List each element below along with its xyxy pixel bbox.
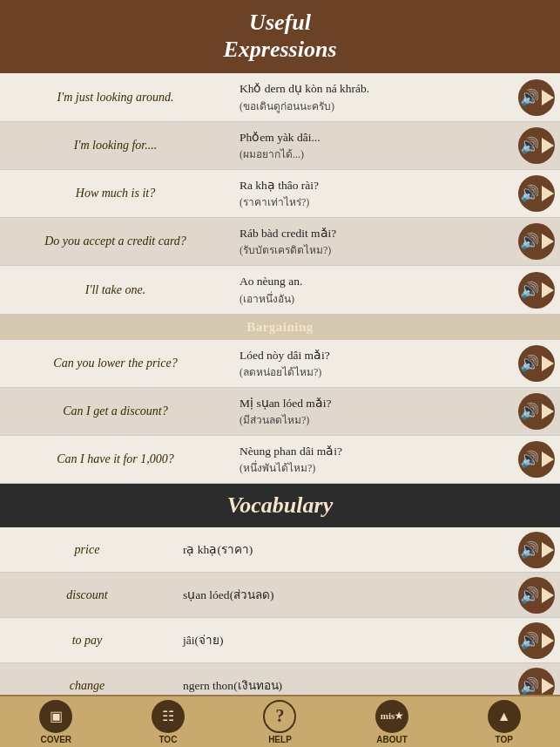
thai-translation: sụan lóed(ส่วนลด) xyxy=(174,580,518,611)
english-phrase: price xyxy=(0,536,174,564)
english-phrase: Do you accept a credit card? xyxy=(0,227,231,255)
top-label: TOP xyxy=(495,735,512,744)
thai-translation: Ra khạ thâo rài?(ราคาเท่าไหร่?) xyxy=(231,170,518,217)
audio-button[interactable]: 🔊 xyxy=(518,532,555,568)
audio-button[interactable]: 🔊 xyxy=(518,127,555,164)
header-title: Useful Expressions xyxy=(17,9,543,63)
thai-translation: Mị sụan lóed mǎi?(มีส่วนลดไหม?) xyxy=(231,388,518,435)
audio-button[interactable]: 🔊 xyxy=(518,79,555,116)
nav-top[interactable]: ▲ TOP xyxy=(488,700,521,744)
thai-translation: Khǒ dern dụ kòn ná khráb.(ขอเดินดูก่อนนะ… xyxy=(231,73,518,120)
help-label: HELP xyxy=(268,735,292,744)
toc-icon: ☷ xyxy=(152,700,185,733)
thai-translation: ngern thon(เงินทอน) xyxy=(174,670,518,695)
audio-button[interactable]: 🔊 xyxy=(518,223,555,260)
expressions-list: I'm just looking around.Khǒ dern dụ kòn … xyxy=(0,73,560,314)
bargaining-section-divider: Bargaining xyxy=(0,315,560,340)
table-row: I'll take one.Ao nèung an.(เอาหนึ่งอัน)🔊 xyxy=(0,266,560,314)
english-phrase: How much is it? xyxy=(0,180,231,207)
audio-button[interactable]: 🔊 xyxy=(518,272,555,309)
english-phrase: to pay xyxy=(0,627,174,655)
english-phrase: I'm just looking around. xyxy=(0,84,231,112)
top-icon: ▲ xyxy=(488,700,521,733)
about-icon: mis★ xyxy=(375,700,408,733)
vocabulary-list: pricerạ khạ(ราคา)🔊discountsụan lóed(ส่วน… xyxy=(0,527,560,695)
nav-toc[interactable]: ☷ TOC xyxy=(152,700,185,744)
about-label: ABOUT xyxy=(376,735,408,744)
table-row: How much is it?Ra khạ thâo rài?(ราคาเท่า… xyxy=(0,170,560,218)
audio-button[interactable]: 🔊 xyxy=(518,622,555,659)
english-phrase: change xyxy=(0,672,174,695)
thai-translation: rạ khạ(ราคา) xyxy=(174,534,518,566)
table-row: I'm just looking around.Khǒ dern dụ kòn … xyxy=(0,73,560,121)
english-phrase: Can you lower the price? xyxy=(0,350,231,377)
bargaining-list: Can you lower the price?Lóed nòy dâi mǎi… xyxy=(0,340,560,485)
english-phrase: Can I have it for 1,000? xyxy=(0,445,231,473)
thai-translation: Ráb bàd credit mǎi?(รับบัตรเครดิตไหม?) xyxy=(231,218,518,265)
thai-translation: Lóed nòy dâi mǎi?(ลดหน่อยได้ไหม?) xyxy=(231,340,518,387)
thai-translation: Phǒem yàk dâi...(ผมอยากได้...) xyxy=(231,122,518,169)
table-row: Can you lower the price?Lóed nòy dâi mǎi… xyxy=(0,340,560,388)
table-row: discountsụan lóed(ส่วนลด)🔊 xyxy=(0,573,560,618)
audio-button[interactable]: 🔊 xyxy=(518,668,555,695)
nav-about[interactable]: mis★ ABOUT xyxy=(375,700,408,744)
english-phrase: I'll take one. xyxy=(0,276,231,304)
thai-translation: Ao nèung an.(เอาหนึ่งอัน) xyxy=(231,266,518,313)
english-phrase: I'm looking for.... xyxy=(0,132,231,160)
toc-label: TOC xyxy=(159,735,177,744)
table-row: Can I get a discount?Mị sụan lóed mǎi?(ม… xyxy=(0,388,560,436)
thai-translation: Nèung phan dâi mǎi?(หนึ่งพันได้ไหม?) xyxy=(231,436,518,483)
audio-button[interactable]: 🔊 xyxy=(518,393,555,430)
audio-button[interactable]: 🔊 xyxy=(518,345,555,382)
cover-icon: ▣ xyxy=(39,700,72,733)
page-header: Useful Expressions xyxy=(0,0,560,73)
nav-cover[interactable]: ▣ COVER xyxy=(39,700,72,744)
english-phrase: Can I get a discount? xyxy=(0,397,231,425)
nav-help[interactable]: ? HELP xyxy=(263,700,296,744)
table-row: I'm looking for....Phǒem yàk dâi...(ผมอย… xyxy=(0,122,560,170)
audio-button[interactable]: 🔊 xyxy=(518,175,555,212)
help-icon: ? xyxy=(263,700,296,733)
cover-label: COVER xyxy=(41,735,72,744)
bottom-navigation: ▣ COVER ☷ TOC ? HELP mis★ ABOUT ▲ TOP xyxy=(0,695,560,747)
vocabulary-section-divider: Vocabulary xyxy=(0,484,560,527)
audio-button[interactable]: 🔊 xyxy=(518,577,555,614)
table-row: to payjâi(จ่าย)🔊 xyxy=(0,618,560,663)
english-phrase: discount xyxy=(0,581,174,609)
table-row: Do you accept a credit card?Ráb bàd cred… xyxy=(0,218,560,266)
audio-button[interactable]: 🔊 xyxy=(518,441,555,478)
table-row: pricerạ khạ(ราคา)🔊 xyxy=(0,527,560,573)
table-row: Can I have it for 1,000?Nèung phan dâi m… xyxy=(0,436,560,484)
table-row: changengern thon(เงินทอน)🔊 xyxy=(0,663,560,695)
thai-translation: jâi(จ่าย) xyxy=(174,625,518,656)
